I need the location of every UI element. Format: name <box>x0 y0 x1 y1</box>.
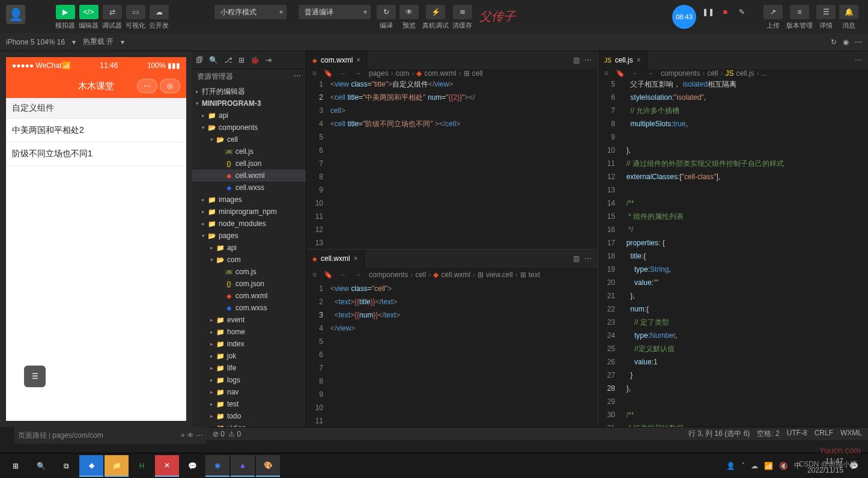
tab-more-icon[interactable]: ⋯ <box>584 254 592 263</box>
taskbar-app[interactable]: H <box>130 455 154 477</box>
folder-com[interactable]: ▾📂com <box>192 254 306 266</box>
tray-up-icon[interactable]: ˄ <box>741 462 745 470</box>
taskbar-chrome[interactable]: ◉ <box>205 455 229 477</box>
edit-icon[interactable]: ✎ <box>735 5 749 19</box>
taskbar-app[interactable]: 🎨 <box>256 455 280 477</box>
capsule-menu-icon[interactable]: ⋯ <box>137 79 157 93</box>
avatar[interactable]: 👤 <box>6 5 25 24</box>
tab-more-icon[interactable]: ⋯ <box>855 56 862 64</box>
explorer-more-icon[interactable]: ⋯ <box>294 72 301 82</box>
tray-cloud-icon[interactable]: ☁ <box>751 462 758 470</box>
git-icon[interactable]: ⎇ <box>224 56 232 64</box>
detail-button[interactable]: ☰ <box>816 5 836 19</box>
cursor-position[interactable]: 行 3, 列 16 (选中 6) <box>688 429 750 439</box>
tab-cell-js[interactable]: JScell.js× <box>598 51 648 69</box>
preview-button[interactable]: 👁 <box>399 5 419 19</box>
folder-yidian[interactable]: ▸📁yidian <box>192 422 306 427</box>
version-button[interactable]: ≡ <box>790 5 809 19</box>
compile-button[interactable]: ↻ <box>377 5 396 19</box>
collapse-icon[interactable]: ⇥ <box>266 56 272 64</box>
locate-icon[interactable]: ⌖ <box>181 431 185 440</box>
tab-more-icon[interactable]: ⋯ <box>584 56 592 64</box>
split-icon[interactable]: ▥ <box>573 56 580 64</box>
folder-jok[interactable]: ▸📁jok <box>192 350 306 362</box>
folder-test[interactable]: ▸📁test <box>192 398 306 410</box>
list-item[interactable]: 中美两国和平相处2 <box>6 119 186 142</box>
close-icon[interactable]: × <box>637 56 641 64</box>
code-editor[interactable]: 12 345678910111213 <view class="title">自… <box>306 78 598 250</box>
search-icon[interactable]: 🔍 <box>209 56 218 64</box>
refresh-icon[interactable]: ↻ <box>831 38 837 46</box>
mode-dropdown[interactable]: 小程序模式 <box>214 5 287 19</box>
compile-dropdown[interactable]: 普通编译 <box>299 5 371 19</box>
split-icon[interactable]: ▥ <box>573 254 580 263</box>
task-view-icon[interactable]: ⧉ <box>54 455 78 477</box>
fab-button[interactable]: ☰ <box>24 366 46 387</box>
warnings-count[interactable]: ⚠ 0 <box>228 430 241 438</box>
visual-button[interactable]: ▭ <box>126 5 145 19</box>
encoding[interactable]: UTF-8 <box>787 429 807 439</box>
close-icon[interactable]: × <box>356 56 360 64</box>
close-icon[interactable]: × <box>354 254 358 263</box>
list-item[interactable]: 阶级不同立场也不同1 <box>6 142 186 166</box>
project-root[interactable]: ▾MINIPROGRAM-3 <box>192 97 306 109</box>
taskbar-search-icon[interactable]: 🔍 <box>29 455 53 477</box>
more-icon[interactable]: ⋯ <box>855 38 862 46</box>
breadcrumb[interactable]: ≡ 🔖 ← → pages› com› ◆ com.wxml› ⊞ cell <box>306 69 598 78</box>
file-com-wxss[interactable]: ◆com.wxss <box>192 302 306 314</box>
real-device-button[interactable]: ⚡ <box>426 5 445 19</box>
file-cell-js[interactable]: JScell.js <box>192 146 306 158</box>
message-button[interactable]: 🔔 <box>839 5 858 19</box>
back-icon[interactable]: ← <box>340 69 347 78</box>
folder-node-modules[interactable]: ▸📁node_modules <box>192 218 306 230</box>
tab-cell-wxml[interactable]: ◆cell.wxml× <box>306 250 365 268</box>
file-com-json[interactable]: {}com.json <box>192 278 306 290</box>
taskbar-app[interactable]: 💬 <box>180 455 204 477</box>
folder-components[interactable]: ▾📂components <box>192 121 306 133</box>
folder-miniprogram-npm[interactable]: ▸📁miniprogram_npm <box>192 206 306 218</box>
cloud-button[interactable]: ☁ <box>150 5 169 19</box>
stop-icon[interactable]: ■ <box>718 5 732 19</box>
folder-event[interactable]: ▸📁event <box>192 314 306 326</box>
folder-index[interactable]: ▸📁index <box>192 338 306 350</box>
taskbar-app[interactable]: ◆ <box>79 455 103 477</box>
file-cell-wxml[interactable]: ◆cell.wxml <box>192 170 306 182</box>
tray-volume-icon[interactable]: 🔇 <box>779 462 788 470</box>
breadcrumb[interactable]: ≡🔖←→ components› cell› JS cell.js› ... <box>598 69 868 78</box>
files-icon[interactable]: 🗐 <box>196 56 203 64</box>
folder-logs[interactable]: ▸📁logs <box>192 374 306 386</box>
hot-reload-toggle[interactable]: 热重载 开 <box>83 37 114 47</box>
tray-user-icon[interactable]: 👤 <box>726 462 735 470</box>
bookmark-icon[interactable]: 🔖 <box>324 69 333 78</box>
eye-icon[interactable]: 👁 <box>187 431 194 440</box>
taskbar-app[interactable]: ▲ <box>231 455 255 477</box>
page-path[interactable]: pages/com/com <box>52 431 103 440</box>
tray-wifi-icon[interactable]: 📶 <box>764 462 773 470</box>
device-selector[interactable]: iPhone 5 104% 16 <box>6 38 65 46</box>
tab-com-wxml[interactable]: ◆com.wxml× <box>306 51 367 69</box>
extensions-icon[interactable]: ⊞ <box>238 56 244 64</box>
branch-button[interactable]: ↗ <box>763 5 783 19</box>
folder-api[interactable]: ▸📁api <box>192 109 306 121</box>
folder-life[interactable]: ▸📁life <box>192 362 306 374</box>
folder-nav[interactable]: ▸📁nav <box>192 386 306 398</box>
folder-cell[interactable]: ▾📂cell <box>192 133 306 146</box>
sim-more-icon[interactable]: ⋯ <box>196 431 203 440</box>
file-com-wxml[interactable]: ◆com.wxml <box>192 290 306 302</box>
eol[interactable]: CRLF <box>815 429 833 439</box>
file-com-js[interactable]: JScom.js <box>192 266 306 278</box>
start-button[interactable]: ⊞ <box>4 455 28 477</box>
pause-icon[interactable]: ❚❚ <box>701 5 715 19</box>
open-editors-section[interactable]: ▸打开的编辑器 <box>192 85 306 97</box>
list-icon[interactable]: ≡ <box>312 69 317 78</box>
code-editor[interactable]: 5678910111213141516171819202122232425262… <box>598 78 868 435</box>
folder-images[interactable]: ▸📁images <box>192 194 306 206</box>
record-icon[interactable]: ◉ <box>843 38 849 46</box>
folder-todo[interactable]: ▸📁todo <box>192 410 306 422</box>
language-mode[interactable]: WXML <box>840 429 862 439</box>
forward-icon[interactable]: → <box>354 69 362 78</box>
indent-setting[interactable]: 空格: 2 <box>757 429 779 439</box>
folder-home[interactable]: ▸📁home <box>192 326 306 338</box>
debug-icon[interactable]: 🐞 <box>250 56 259 64</box>
taskbar-app[interactable]: 📁 <box>105 455 129 477</box>
